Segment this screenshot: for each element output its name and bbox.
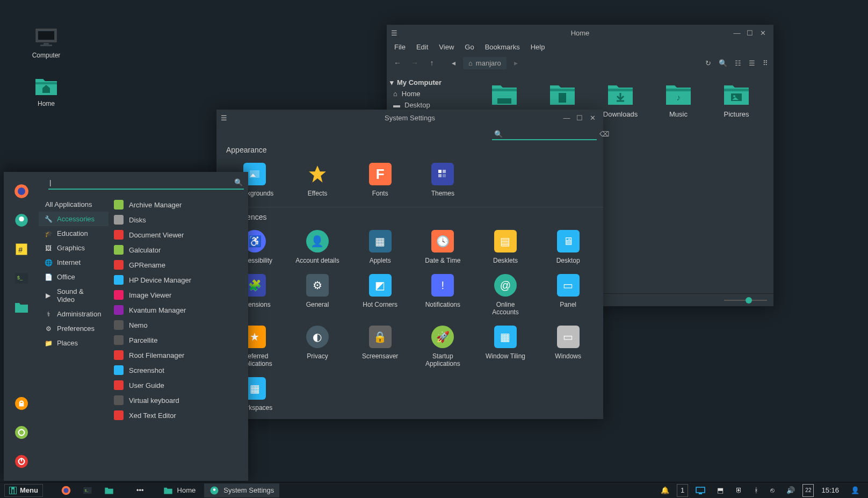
app-archive-manager[interactable]: Archive Manager: [108, 197, 248, 212]
settings-startup-applications[interactable]: 🚀Startup Applications: [414, 326, 472, 367]
menu-help[interactable]: Help: [531, 43, 545, 51]
menu-bookmarks[interactable]: Bookmarks: [485, 43, 520, 51]
folder-music[interactable]: ♪Music: [652, 82, 705, 141]
taskbar-task-home[interactable]: Home: [158, 483, 201, 497]
taskbar-task-system-settings[interactable]: System Settings: [204, 483, 279, 497]
app-image-viewer[interactable]: Image Viewer: [108, 287, 248, 302]
category-preferences[interactable]: ⚙Preferences: [39, 321, 108, 336]
refresh-icon[interactable]: ↻: [705, 59, 711, 67]
app-parcellite[interactable]: Parcellite: [108, 333, 248, 348]
fav-notes[interactable]: #: [12, 240, 31, 259]
settings-themes[interactable]: Themes: [414, 163, 472, 197]
zoom-slider[interactable]: [724, 300, 767, 301]
fav-firefox[interactable]: [12, 182, 31, 201]
taskbar-menu-button[interactable]: Menu: [4, 484, 43, 497]
tray-bluetooth[interactable]: ᚼ: [750, 484, 763, 497]
window-titlebar[interactable]: ☰ Home — ☐ ✕: [387, 25, 773, 41]
menu-file[interactable]: File: [394, 43, 406, 51]
icon-view-button[interactable]: ☷: [735, 59, 741, 67]
app-galculator[interactable]: Galculator: [108, 242, 248, 257]
close-button[interactable]: ✕: [756, 26, 769, 39]
tray-volume[interactable]: 🔊: [782, 484, 799, 497]
settings-privacy[interactable]: ◐Privacy: [289, 326, 346, 367]
menu-edit[interactable]: Edit: [416, 43, 428, 51]
settings-windows[interactable]: ▭Windows: [539, 326, 597, 367]
menu-view[interactable]: View: [439, 43, 454, 51]
folder-pictures[interactable]: Pictures: [710, 82, 763, 141]
app-screenshot[interactable]: Screenshot: [108, 363, 248, 378]
tray-network[interactable]: ⎋: [766, 484, 779, 497]
settings-applets[interactable]: ▦Applets: [351, 230, 409, 264]
app-gprename[interactable]: GPRename: [108, 257, 248, 272]
minimize-button[interactable]: —: [560, 111, 573, 124]
taskbar-launcher-files[interactable]: [100, 484, 118, 497]
settings-search[interactable]: 🔍 ⌫: [492, 129, 597, 140]
app-disks[interactable]: Disks: [108, 212, 248, 227]
tray-clock[interactable]: 15:16: [817, 484, 843, 497]
settings-desklets[interactable]: ▤Desklets: [477, 230, 534, 264]
settings-desktop[interactable]: 🖥Desktop: [539, 230, 597, 264]
settings-general[interactable]: ⚙General: [289, 274, 346, 316]
tray-battery[interactable]: 22: [802, 484, 814, 497]
settings-search-input[interactable]: [506, 130, 596, 138]
tray-updates[interactable]: ⛨: [731, 484, 747, 497]
nav-forward-icon[interactable]: →: [409, 59, 420, 67]
tray-notifications[interactable]: 🔔: [656, 484, 674, 497]
sidebar-item-desktop[interactable]: ▬Desktop: [387, 99, 467, 111]
app-root-filemanager[interactable]: Root Filemanager: [108, 348, 248, 363]
clear-search-icon[interactable]: ⌫: [599, 130, 609, 138]
settings-fonts[interactable]: FFonts: [351, 163, 409, 197]
settings-hot-corners[interactable]: ◩Hot Corners: [351, 274, 409, 316]
path-prev-icon[interactable]: ◂: [448, 59, 459, 67]
compact-view-button[interactable]: ⠿: [763, 59, 768, 67]
app-menu-search-input[interactable]: [53, 178, 234, 186]
app-document-viewer[interactable]: Document Viewer: [108, 227, 248, 242]
category-all-applications[interactable]: All Applications: [39, 197, 108, 212]
minimize-button[interactable]: —: [730, 26, 743, 39]
category-graphics[interactable]: 🖼Graphics: [39, 241, 108, 255]
fav-settings[interactable]: [12, 211, 31, 230]
window-titlebar[interactable]: ☰ System Settings — ☐ ✕: [216, 110, 603, 126]
category-education[interactable]: 🎓Education: [39, 226, 108, 241]
category-accessories[interactable]: 🔧Accessories: [39, 212, 108, 226]
taskbar-overflow[interactable]: •••: [132, 484, 148, 497]
settings-effects[interactable]: Effects: [289, 163, 346, 197]
app-hp-device-manager[interactable]: HP Device Manager: [108, 272, 248, 287]
settings-notifications[interactable]: !Notifications: [414, 274, 472, 316]
category-office[interactable]: 📄Office: [39, 270, 108, 284]
sidebar-item-home[interactable]: ⌂Home: [387, 88, 467, 99]
desktop-icon-home[interactable]: Home: [25, 75, 68, 107]
category-administration[interactable]: ⚕Administration: [39, 307, 108, 321]
taskbar-launcher-firefox[interactable]: [57, 484, 75, 497]
app-virtual-keyboard[interactable]: Virtual keyboard: [108, 393, 248, 408]
hamburger-icon[interactable]: ☰: [221, 114, 227, 122]
maximize-button[interactable]: ☐: [743, 26, 756, 39]
fav-terminal[interactable]: $_: [12, 269, 31, 288]
nav-back-icon[interactable]: ←: [392, 59, 403, 67]
app-nemo[interactable]: Nemo: [108, 317, 248, 333]
list-view-button[interactable]: ☰: [749, 59, 755, 67]
desktop-icon-computer[interactable]: Computer: [25, 27, 68, 59]
nav-up-icon[interactable]: ↑: [426, 59, 437, 67]
tray-user[interactable]: 👤: [847, 484, 864, 497]
app-menu-search[interactable]: | 🔍: [48, 176, 244, 190]
app-kvantum-manager[interactable]: Kvantum Manager: [108, 302, 248, 317]
menu-go[interactable]: Go: [465, 43, 474, 51]
app-user-guide[interactable]: User Guide: [108, 378, 248, 393]
hamburger-icon[interactable]: ☰: [391, 29, 397, 37]
tray-removable[interactable]: ⬒: [713, 484, 728, 497]
fav-shutdown[interactable]: [12, 452, 31, 471]
tray-workspace[interactable]: 1: [677, 484, 688, 497]
settings-account-details[interactable]: 👤Account details: [289, 230, 346, 264]
fav-lock[interactable]: [12, 394, 31, 413]
category-internet[interactable]: 🌐Internet: [39, 255, 108, 270]
search-icon[interactable]: 🔍: [719, 59, 727, 67]
settings-screensaver[interactable]: 🔒Screensaver: [351, 326, 409, 367]
settings-window-tiling[interactable]: ▦Window Tiling: [477, 326, 534, 367]
app-xed-text-editor[interactable]: Xed Text Editor: [108, 408, 248, 423]
tray-display[interactable]: [691, 484, 710, 497]
path-next-icon[interactable]: ▸: [511, 59, 522, 67]
settings-panel[interactable]: ▭Panel: [539, 274, 597, 316]
settings-online-accounts[interactable]: @Online Accounts: [477, 274, 534, 316]
category-places[interactable]: 📁Places: [39, 336, 108, 350]
